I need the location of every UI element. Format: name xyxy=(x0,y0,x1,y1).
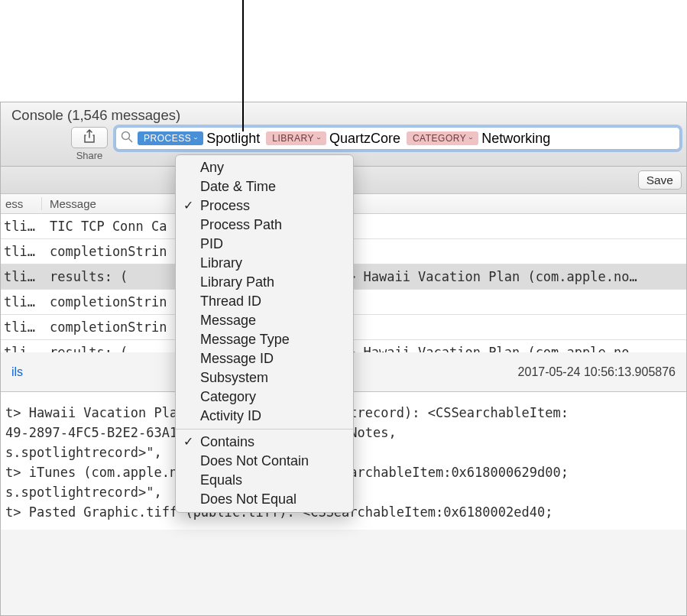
filter-key: PROCESS xyxy=(144,133,191,144)
column-message[interactable]: Message xyxy=(42,197,686,210)
filter-token-category[interactable]: CATEGORYNetworking xyxy=(407,131,550,147)
cell-message: results: (> Hawaii Vacation Plan (com.ap… xyxy=(42,269,686,284)
callout-line xyxy=(242,0,244,131)
cell-process: tli… xyxy=(1,294,42,310)
column-process[interactable]: ess xyxy=(1,197,42,210)
cell-message: completionStrin xyxy=(42,244,686,259)
filter-token-process[interactable]: PROCESSSpotlight xyxy=(138,131,260,147)
menu-item-does-not-contain[interactable]: Does Not Contain xyxy=(176,452,353,471)
menu-item-thread-id[interactable]: Thread ID xyxy=(176,292,353,311)
menu-item-contains[interactable]: Contains xyxy=(176,433,353,452)
filter-chip[interactable]: CATEGORY xyxy=(407,131,478,145)
menu-item-process-path[interactable]: Process Path xyxy=(176,216,353,235)
menu-item-date-time[interactable]: Date & Time xyxy=(176,177,353,196)
cell-process: tli… xyxy=(1,244,42,259)
share-button[interactable] xyxy=(71,127,108,148)
save-button[interactable]: Save xyxy=(638,170,682,190)
search-bar[interactable]: PROCESSSpotlightLIBRARYQuartzCoreCATEGOR… xyxy=(115,127,680,150)
menu-separator xyxy=(176,429,353,430)
filter-chip[interactable]: LIBRARY xyxy=(266,131,326,145)
menu-item-message[interactable]: Message xyxy=(176,311,353,330)
chevron-down-icon xyxy=(316,137,321,141)
share-label: Share xyxy=(76,150,103,161)
filter-key: LIBRARY xyxy=(272,133,314,144)
menu-item-process[interactable]: Process xyxy=(176,196,353,216)
cell-process: tli… xyxy=(1,319,42,335)
menu-item-message-id[interactable]: Message ID xyxy=(176,349,353,368)
filter-token-library[interactable]: LIBRARYQuartzCore xyxy=(266,131,400,147)
menu-item-category[interactable]: Category xyxy=(176,387,353,407)
menu-item-does-not-equal[interactable]: Does Not Equal xyxy=(176,490,353,509)
filter-value: Spotlight xyxy=(205,131,260,147)
chevron-down-icon xyxy=(193,137,198,141)
filter-value: QuartzCore xyxy=(328,131,400,147)
menu-item-library-path[interactable]: Library Path xyxy=(176,273,353,292)
filter-value: Networking xyxy=(480,131,550,147)
svg-point-0 xyxy=(122,132,130,140)
menu-item-library[interactable]: Library xyxy=(176,254,353,273)
share-icon xyxy=(83,129,96,146)
cell-process: tli… xyxy=(1,269,42,284)
filter-chip[interactable]: PROCESS xyxy=(138,131,203,145)
cell-process: tli… xyxy=(1,345,42,352)
menu-item-message-type[interactable]: Message Type xyxy=(176,330,353,349)
filter-key: CATEGORY xyxy=(413,133,466,144)
cell-message: completionStrin xyxy=(42,319,686,335)
chevron-down-icon xyxy=(468,137,473,141)
details-tab[interactable]: ils xyxy=(11,365,23,379)
cell-message: completionStrin xyxy=(42,294,686,310)
timestamp: 2017-05-24 10:56:13.905876 xyxy=(518,365,676,379)
window-title: Console (1,546 messages) xyxy=(1,102,686,127)
cell-message: TIC TCP Conn Ca] xyxy=(42,219,686,234)
cell-message: results: (> Hawaii Vacation Plan (com.ap… xyxy=(42,345,686,352)
menu-item-equals[interactable]: Equals xyxy=(176,471,353,490)
menu-item-any[interactable]: Any xyxy=(176,158,353,177)
svg-line-1 xyxy=(129,139,133,143)
menu-item-pid[interactable]: PID xyxy=(176,235,353,254)
search-icon xyxy=(121,131,133,146)
filter-type-menu[interactable]: AnyDate & TimeProcessProcess PathPIDLibr… xyxy=(175,154,354,513)
cell-process: tli… xyxy=(1,219,42,234)
menu-item-subsystem[interactable]: Subsystem xyxy=(176,368,353,387)
menu-item-activity-id[interactable]: Activity ID xyxy=(176,407,353,426)
